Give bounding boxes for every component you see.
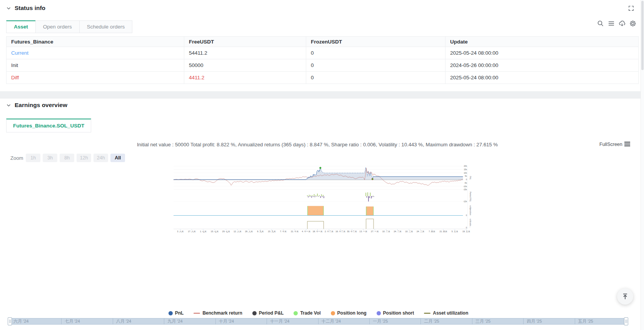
svg-text:Period P&L: Period P&L <box>469 192 472 202</box>
legend-item-benchmark-return[interactable]: Benchmark return <box>194 310 242 316</box>
legend-item-position-short[interactable]: Position short <box>377 310 414 316</box>
svg-text:0: 0 <box>466 178 467 181</box>
legend-marker-position-long <box>331 311 335 315</box>
svg-text:2. 十二月: 2. 十二月 <box>325 230 333 233</box>
svg-text:23. 九月: 23. 九月 <box>268 230 276 233</box>
datazoom-month-label: 五月 '25 <box>578 318 593 324</box>
svg-text:-15k: -15k <box>463 188 467 191</box>
svg-text:21. 四月: 21. 四月 <box>439 230 447 233</box>
zoom-option-all[interactable]: All <box>110 154 125 162</box>
svg-text:21. 十月: 21. 十月 <box>291 230 299 233</box>
asset-row-current-free: 54411.2 <box>184 47 306 59</box>
legend-item-trade-vol[interactable]: Trade Vol <box>294 310 320 316</box>
svg-text:5k: 5k <box>465 175 467 178</box>
asset-row-current-label[interactable]: Current <box>7 47 184 59</box>
legend-label: Position long <box>337 310 367 316</box>
svg-text:18. 十一月: 18. 十一月 <box>313 230 322 233</box>
legend-label: Position short <box>383 310 414 316</box>
back-to-top-button[interactable] <box>617 288 633 305</box>
datazoom-right-handle[interactable] <box>624 317 628 325</box>
zoom-controls: Zoom 1h3h8h12h24hAll <box>10 154 125 162</box>
collapse-chevron-icon[interactable] <box>6 6 11 11</box>
legend-label: PnL <box>175 310 184 316</box>
legend-marker-position-short <box>377 311 381 315</box>
datazoom-month-label: 三月 '25 <box>475 318 491 324</box>
svg-text:26. 八月: 26. 八月 <box>245 230 253 233</box>
asset-row-init-free: 50000 <box>184 59 306 72</box>
datazoom-separator <box>164 318 164 324</box>
status-toolbar <box>597 20 636 27</box>
tab-futures-binance-sol-usdt[interactable]: Futures_Binance.SOL_USDT <box>6 119 91 132</box>
datazoom-month-label: 一月 '25 <box>373 318 388 324</box>
svg-text:-10k: -10k <box>463 185 467 188</box>
svg-text:30. 十二月: 30. 十二月 <box>347 230 357 233</box>
datazoom-month-label: 二月 '25 <box>424 318 439 324</box>
legend-marker-benchmark-return <box>194 313 200 314</box>
legend-marker-trade-vol <box>294 311 298 315</box>
svg-text:10k: 10k <box>464 172 467 174</box>
datazoom-separator <box>318 318 319 324</box>
asset-row-diff-frozen: 0 <box>306 72 445 84</box>
earnings-header: Earnings overview <box>6 102 67 109</box>
datazoom-left-handle[interactable] <box>8 317 12 325</box>
legend-label: Asset utilization <box>433 310 468 316</box>
zoom-option-12h[interactable]: 12h <box>77 154 91 162</box>
svg-text:10. 三月: 10. 三月 <box>405 230 413 233</box>
legend-item-position-long[interactable]: Position long <box>331 310 367 316</box>
svg-text:10. 二月: 10. 二月 <box>382 230 390 233</box>
svg-text:3. 六月: 3. 六月 <box>177 230 184 233</box>
column-header-futures-binance: Futures_Binance <box>7 37 184 47</box>
fullscreen-label[interactable]: FullScreen <box>599 142 622 147</box>
earnings-chart[interactable]: 20k15k10k5k0-5k-10k-15k-12k003. 六月17. 六月… <box>0 163 644 311</box>
datazoom-separator <box>113 318 113 324</box>
menu-icon[interactable] <box>608 20 615 27</box>
page-scrollbar[interactable] <box>641 0 644 330</box>
zoom-option-8h[interactable]: 8h <box>60 154 74 162</box>
scrollbar-thumb[interactable] <box>641 1 644 70</box>
datazoom-month-label: 七月 '24 <box>65 318 80 324</box>
svg-text:7. 四月: 7. 四月 <box>429 230 435 233</box>
asset-row-diff-label: Diff <box>7 72 184 84</box>
svg-text:12. 八月: 12. 八月 <box>234 230 241 233</box>
legend-label: Benchmark return <box>202 310 242 316</box>
trading-dashboard: Status info AssetOpen ordersSchedule ord… <box>0 0 644 330</box>
section-divider <box>0 91 644 99</box>
datazoom-month-label: 四月 '25 <box>527 318 542 324</box>
status-info-title: Status info <box>15 5 45 12</box>
svg-text:4. 十一月: 4. 十一月 <box>302 230 310 233</box>
tab-open-orders[interactable]: Open orders <box>35 20 80 33</box>
chart-menu-icon[interactable] <box>624 141 631 147</box>
datazoom-month-label: 十二月 '24 <box>322 318 341 324</box>
asset-row-current-update: 2025-05-24 08:00:00 <box>445 47 638 59</box>
column-header-update: Update <box>445 37 638 47</box>
status-info-header: Status info <box>6 5 45 12</box>
column-header-freeusdt: FreeUSDT <box>184 37 306 47</box>
legend-marker-pnl <box>169 311 173 315</box>
asset-row-init-update: 2024-05-26 00:00:00 <box>445 59 638 72</box>
zoom-option-1h[interactable]: 1h <box>26 154 40 162</box>
asset-row-init-frozen: 0 <box>306 59 445 72</box>
zoom-option-3h[interactable]: 3h <box>43 154 57 162</box>
fullscreen-expand-icon[interactable] <box>628 5 634 12</box>
tab-asset[interactable]: Asset <box>6 20 36 33</box>
status-tabs: AssetOpen ordersSchedule orders <box>6 20 132 33</box>
zoom-option-24h[interactable]: 24h <box>93 154 108 162</box>
datazoom-month-label: 十一月 '24 <box>270 318 289 324</box>
legend-item-asset-utilization[interactable]: Asset utilization <box>424 310 468 316</box>
svg-text:-5k: -5k <box>464 182 467 184</box>
legend-item-pnl[interactable]: PnL <box>169 310 184 316</box>
datazoom-separator <box>575 318 575 324</box>
search-icon[interactable] <box>597 20 604 27</box>
settings-gear-icon[interactable] <box>629 20 636 27</box>
legend-marker-period-p-l <box>252 311 257 315</box>
datazoom-slider[interactable]: 六月 '24七月 '24八月 '24九月 '24十月 '24十一月 '24十二月… <box>10 318 626 325</box>
collapse-chevron-icon[interactable] <box>6 103 11 108</box>
asset-row-diff-free: 4411.2 <box>184 72 306 84</box>
legend-item-period-p-l[interactable]: Period P&L <box>252 310 284 316</box>
svg-text:vol/position: vol/position <box>469 205 472 215</box>
svg-text:5. 五月: 5. 五月 <box>452 230 458 233</box>
legend-label: Trade Vol <box>300 310 320 316</box>
tab-schedule-orders[interactable]: Schedule orders <box>79 20 132 33</box>
cloud-download-icon[interactable] <box>619 20 626 27</box>
legend-label: Period P&L <box>259 310 284 316</box>
